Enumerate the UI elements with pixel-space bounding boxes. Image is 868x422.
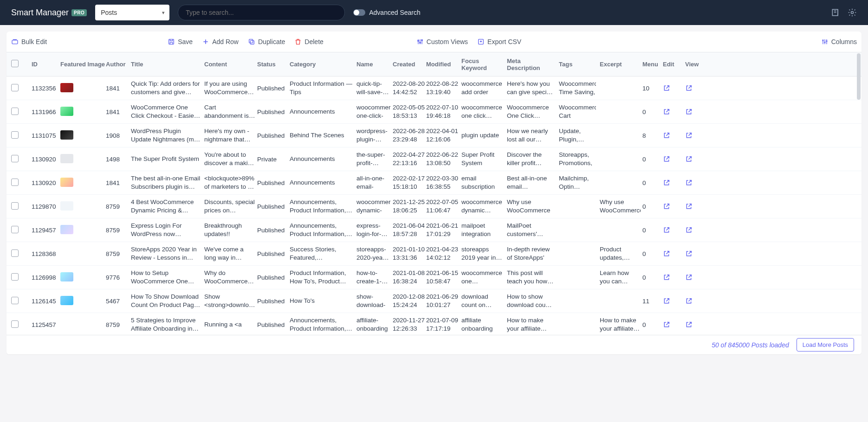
pro-badge: PRO bbox=[71, 9, 87, 16]
table-row[interactable]: 11310751908WordPress Plugin Update Night… bbox=[6, 124, 862, 147]
table-row[interactable]: 11309201498The Super Profit SystemYou're… bbox=[6, 147, 862, 171]
header-name[interactable]: Name bbox=[355, 61, 393, 68]
view-link-icon[interactable] bbox=[685, 297, 708, 305]
search-box[interactable] bbox=[178, 5, 345, 20]
table-row[interactable]: 11319661841WooCommerce One Click Checkou… bbox=[6, 100, 862, 124]
toggle-switch[interactable] bbox=[353, 9, 365, 16]
view-link-icon[interactable] bbox=[685, 203, 708, 210]
columns-button[interactable]: Columns bbox=[821, 38, 857, 45]
view-link-icon[interactable] bbox=[685, 274, 708, 281]
featured-image-thumb[interactable] bbox=[60, 320, 73, 329]
cell-id: 1131075 bbox=[32, 132, 60, 139]
header-tags[interactable]: Tags bbox=[557, 61, 598, 68]
header-id[interactable]: ID bbox=[32, 61, 60, 68]
view-link-icon[interactable] bbox=[685, 108, 708, 115]
table-row[interactable]: 112987087594 Best WooCommerce Dynamic Pr… bbox=[6, 195, 862, 218]
featured-image-thumb[interactable] bbox=[60, 201, 73, 211]
edit-link-icon[interactable] bbox=[663, 250, 685, 257]
load-more-button[interactable]: Load More Posts bbox=[797, 338, 854, 352]
featured-image-thumb[interactable] bbox=[60, 272, 73, 281]
custom-views-button[interactable]: Custom Views bbox=[416, 38, 468, 45]
cell-name: show-download- bbox=[356, 293, 391, 309]
row-checkbox[interactable] bbox=[11, 84, 19, 91]
select-all-checkbox[interactable] bbox=[11, 60, 19, 67]
edit-link-icon[interactable] bbox=[663, 179, 685, 186]
row-checkbox[interactable] bbox=[11, 226, 19, 233]
edit-link-icon[interactable] bbox=[663, 155, 685, 163]
row-checkbox[interactable] bbox=[11, 202, 19, 210]
advanced-search-toggle[interactable]: Advanced Search bbox=[353, 9, 421, 16]
table-row[interactable]: 11294578759Express Login For WordPress n… bbox=[6, 218, 862, 242]
add-row-button[interactable]: Add Row bbox=[202, 38, 239, 45]
header-view[interactable]: View bbox=[685, 61, 708, 68]
edit-link-icon[interactable] bbox=[663, 226, 685, 234]
gear-icon[interactable] bbox=[848, 8, 857, 17]
row-checkbox[interactable] bbox=[11, 273, 19, 281]
cell-status: Published bbox=[257, 274, 288, 281]
view-link-icon[interactable] bbox=[685, 155, 708, 163]
row-checkbox[interactable] bbox=[11, 131, 19, 139]
cell-author: 1841 bbox=[106, 85, 129, 92]
duplicate-button[interactable]: Duplicate bbox=[248, 38, 285, 45]
cell-name: storeapps-2020-year-in- bbox=[356, 245, 391, 262]
featured-image-thumb[interactable] bbox=[60, 296, 73, 305]
featured-image-thumb[interactable] bbox=[60, 225, 73, 234]
save-button[interactable]: Save bbox=[168, 38, 193, 45]
header-title[interactable]: Title bbox=[129, 61, 202, 68]
table-row[interactable]: 112545787595 Strategies to Improve Affil… bbox=[6, 313, 862, 335]
row-checkbox[interactable] bbox=[11, 297, 19, 304]
row-checkbox[interactable] bbox=[11, 179, 19, 186]
search-input[interactable] bbox=[186, 9, 337, 16]
header-modified[interactable]: Modified bbox=[426, 61, 460, 68]
cell-meta: Best all-in-one email subscription plugi… bbox=[507, 174, 555, 191]
view-link-icon[interactable] bbox=[685, 179, 708, 186]
view-link-icon[interactable] bbox=[685, 250, 708, 257]
view-link-icon[interactable] bbox=[685, 132, 708, 139]
edit-link-icon[interactable] bbox=[663, 203, 685, 210]
header-author[interactable]: Author bbox=[106, 61, 129, 68]
edit-link-icon[interactable] bbox=[663, 297, 685, 305]
cell-id: 1125457 bbox=[32, 321, 60, 328]
featured-image-thumb[interactable] bbox=[60, 107, 73, 116]
header-focus[interactable]: Focus Keyword bbox=[460, 58, 505, 71]
header-edit[interactable]: Edit bbox=[663, 61, 685, 68]
featured-image-thumb[interactable] bbox=[60, 130, 73, 140]
svg-point-5 bbox=[417, 40, 419, 42]
docs-icon[interactable] bbox=[831, 8, 840, 17]
featured-image-thumb[interactable] bbox=[60, 178, 73, 187]
entity-select[interactable]: Posts ▾ bbox=[95, 5, 169, 20]
table-row[interactable]: 11261455467How To Show Download Count On… bbox=[6, 289, 862, 313]
header-content[interactable]: Content bbox=[202, 61, 257, 68]
featured-image-thumb[interactable] bbox=[60, 83, 73, 92]
edit-link-icon[interactable] bbox=[663, 321, 685, 328]
header-status[interactable]: Status bbox=[257, 61, 288, 68]
edit-link-icon[interactable] bbox=[663, 132, 685, 139]
scrollbar-thumb[interactable] bbox=[857, 53, 861, 100]
header-excerpt[interactable]: Excerpt bbox=[598, 61, 642, 68]
table-row[interactable]: 11323561841Quick Tip: Add orders for cus… bbox=[6, 77, 862, 100]
table-row[interactable]: 11269989776How to Setup WooCommerce One … bbox=[6, 266, 862, 289]
delete-button[interactable]: Delete bbox=[294, 38, 323, 45]
edit-link-icon[interactable] bbox=[663, 84, 685, 92]
edit-link-icon[interactable] bbox=[663, 108, 685, 115]
bulk-edit-button[interactable]: Bulk Edit bbox=[11, 38, 47, 45]
view-link-icon[interactable] bbox=[685, 321, 708, 328]
row-checkbox[interactable] bbox=[11, 249, 19, 257]
view-link-icon[interactable] bbox=[685, 226, 708, 234]
header-created[interactable]: Created bbox=[393, 61, 426, 68]
view-link-icon[interactable] bbox=[685, 84, 708, 92]
featured-image-thumb[interactable] bbox=[60, 154, 73, 163]
row-checkbox[interactable] bbox=[11, 108, 19, 115]
header-category[interactable]: Category bbox=[288, 61, 355, 68]
export-csv-button[interactable]: Export CSV bbox=[477, 38, 521, 45]
edit-link-icon[interactable] bbox=[663, 274, 685, 281]
header-meta[interactable]: Meta Description bbox=[505, 58, 557, 71]
table-row[interactable]: 11283688759StoreApps 2020 Year in Review… bbox=[6, 242, 862, 266]
table-row[interactable]: 11309201841The best all-in-one Email Sub… bbox=[6, 171, 862, 195]
row-checkbox[interactable] bbox=[11, 155, 19, 162]
featured-image-thumb[interactable] bbox=[60, 249, 73, 258]
header-featured-image[interactable]: Featured Image bbox=[60, 61, 106, 68]
bulk-edit-icon bbox=[11, 38, 19, 45]
row-checkbox[interactable] bbox=[11, 320, 19, 328]
header-menu[interactable]: Menu bbox=[642, 61, 663, 68]
